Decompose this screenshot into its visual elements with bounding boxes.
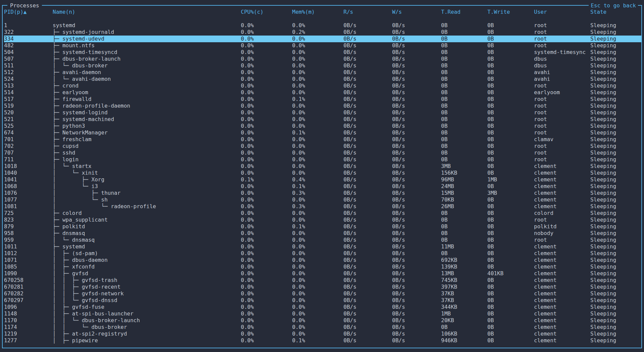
cell-pid: 958 xyxy=(4,230,53,237)
cell-tread: 0B xyxy=(441,36,487,42)
process-row[interactable]: 511│ └─ dbus-broker0.0%0.0%0B/s0B/s0B0Bd… xyxy=(4,62,641,69)
cell-twrite: 0B xyxy=(487,310,534,317)
process-row[interactable]: 670258│ │ ├─ gvfsd-trash0.0%0.0%0B/s0B/s… xyxy=(4,277,641,284)
process-row[interactable]: 1277│ ├─ pipewire0.0%0.1%0B/s0B/s946KB0B… xyxy=(4,337,641,344)
process-row[interactable]: 1096│ ├─ gvfsd-fuse0.0%0.0%0B/s0B/s344KB… xyxy=(4,304,641,310)
cell-ws: 0B/s xyxy=(392,129,441,136)
process-row[interactable]: 707├─ sshd0.0%0.0%0B/s0B/s0B0BrootSleepi… xyxy=(4,150,641,156)
process-row[interactable]: 1090│ ├─ gvfsd0.0%0.0%0B/s0B/s13MB401KBc… xyxy=(4,270,641,277)
cell-rs: 0B/s xyxy=(343,257,392,263)
cell-rs: 0B/s xyxy=(343,96,392,103)
column-header-mem[interactable]: Mem%(m) xyxy=(292,9,343,15)
process-row[interactable]: 879├─ polkitd0.0%0.1%0B/s0B/s0B0Bpolkitd… xyxy=(4,223,641,230)
cell-cpu: 0.0% xyxy=(241,183,292,190)
cell-pid: 1090 xyxy=(4,270,53,277)
process-row[interactable]: 524│ └─ avahi-daemon0.0%0.0%0B/s0B/s0B0B… xyxy=(4,76,641,82)
cell-state: Sleeping xyxy=(590,331,639,337)
process-row[interactable]: 322├─ systemd-journald0.0%0.2%0B/s0B/s0B… xyxy=(4,29,641,36)
column-header-user[interactable]: User xyxy=(534,9,590,15)
process-row[interactable]: 525├─ python30.0%0.0%0B/s0B/s0B0BrootSle… xyxy=(4,123,641,129)
process-row[interactable]: 514├─ earlyoom0.0%0.0%0B/s0B/s0B0Bearlyo… xyxy=(4,89,641,96)
process-row[interactable]: 520├─ systemd-logind0.0%0.0%0B/s0B/s0B0B… xyxy=(4,109,641,116)
cell-twrite: 0B xyxy=(487,250,534,257)
process-row[interactable]: 517├─ firewalld0.0%0.1%0B/s0B/s0B0BrootS… xyxy=(4,96,641,103)
cell-rs: 0B/s xyxy=(343,22,392,29)
cell-name: ├─ crond xyxy=(53,82,241,89)
column-header-rs[interactable]: R/s xyxy=(343,9,392,15)
process-row[interactable]: 702├─ cupsd0.0%0.0%0B/s0B/s0B0BrootSleep… xyxy=(4,143,641,150)
cell-cpu: 0.0% xyxy=(241,277,292,284)
process-row[interactable]: 1systemd0.0%0.0%0B/s0B/s0B0BrootSleeping xyxy=(4,22,641,29)
process-row[interactable]: 513├─ crond0.0%0.0%0B/s0B/s0B0BrootSleep… xyxy=(4,82,641,89)
process-row[interactable]: 1012│ ├─ (sd-pam)0.0%0.0%0B/s0B/s0B0Bcle… xyxy=(4,250,641,257)
process-row[interactable]: 1040│ └─ xinit0.0%0.0%0B/s0B/s156KB0Bcle… xyxy=(4,170,641,176)
column-header-tread[interactable]: T.Read xyxy=(441,9,487,15)
process-row[interactable]: 1071│ ├─ dbus-daemon0.0%0.0%0B/s0B/s692K… xyxy=(4,257,641,263)
process-row[interactable]: 1077│ └─ sh0.0%0.0%0B/s0B/s70KB0Bclement… xyxy=(4,196,641,203)
process-row[interactable]: 1076│ ├─ thunar0.0%0.3%0B/s0B/s15MB3MBcl… xyxy=(4,190,641,196)
process-row[interactable]: 1148│ ├─ at-spi-bus-launcher0.0%0.0%0B/s… xyxy=(4,310,641,317)
cell-tread: 0B xyxy=(441,230,487,237)
cell-tread: 11MB xyxy=(441,243,487,250)
cell-tread: 0B xyxy=(441,136,487,143)
cell-mem: 0.0% xyxy=(292,170,343,176)
cell-name: │ │ └─ dbus-broker-launch xyxy=(53,317,241,324)
process-row[interactable]: 519├─ radeon-profile-daemon0.0%0.0%0B/s0… xyxy=(4,103,641,109)
cell-pid: 519 xyxy=(4,103,53,109)
process-row[interactable]: 1081│ └─ radeon-profile0.0%0.3%0B/s0B/s2… xyxy=(4,203,641,210)
process-row[interactable]: 725├─ colord0.0%0.0%0B/s0B/s0B0BcolordSl… xyxy=(4,210,641,217)
cell-rs: 0B/s xyxy=(343,243,392,250)
cell-cpu: 0.0% xyxy=(241,123,292,129)
cell-ws: 0B/s xyxy=(392,109,441,116)
process-row[interactable]: 1174│ │ └─ dbus-broker0.0%0.0%0B/s0B/s0B… xyxy=(4,324,641,331)
cell-ws: 0B/s xyxy=(392,176,441,183)
column-header-twrite[interactable]: T.Write xyxy=(487,9,534,15)
process-row[interactable]: 1018│ └─ startx0.0%0.0%0B/s0B/s3MB0Bclem… xyxy=(4,163,641,170)
cell-twrite: 0B xyxy=(487,150,534,156)
process-row[interactable]: 507├─ dbus-broker-launch0.0%0.0%0B/s0B/s… xyxy=(4,56,641,62)
cell-tread: 15MB xyxy=(441,190,487,196)
cell-tread: 946KB xyxy=(441,337,487,344)
column-header-cpu[interactable]: CPU%(c) xyxy=(241,9,292,15)
process-row-selected[interactable]: 334├─ systemd-udevd0.0%0.0%0B/s0B/s0B0Br… xyxy=(4,36,641,42)
process-row[interactable]: 1041│ ├─ Xorg0.1%0.4%0B/s0B/s96MB1MBclem… xyxy=(4,176,641,183)
cell-tread: 0B xyxy=(441,324,487,331)
process-row[interactable]: 670282│ │ ├─ gvfsd-network0.0%0.0%0B/s0B… xyxy=(4,290,641,297)
process-row[interactable]: 482├─ mount.ntfs0.0%0.0%0B/s0B/s0B0Broot… xyxy=(4,42,641,49)
process-row[interactable]: 670297│ │ └─ gvfsd-dnssd0.0%0.0%0B/s0B/s… xyxy=(4,297,641,304)
process-row[interactable]: 823├─ wpa_supplicant0.0%0.0%0B/s0B/s0B0B… xyxy=(4,217,641,223)
process-row[interactable]: 504├─ systemd-timesyncd0.0%0.0%0B/s0B/s0… xyxy=(4,49,641,56)
column-header-ws[interactable]: W/s xyxy=(392,9,441,15)
process-row[interactable]: 959│ └─ dnsmasq0.0%0.0%0B/s0B/s0B0BrootS… xyxy=(4,237,641,243)
process-row[interactable]: 1011├─ systemd0.0%0.0%0B/s0B/s11MB0Bclem… xyxy=(4,243,641,250)
cell-pid: 1174 xyxy=(4,324,53,331)
process-row[interactable]: 958├─ dnsmasq0.0%0.0%0B/s0B/s0B0BnobodyS… xyxy=(4,230,641,237)
cell-user: avahi xyxy=(534,69,590,76)
cell-tread: 0B xyxy=(441,237,487,243)
process-row[interactable]: 521├─ systemd-machined0.0%0.0%0B/s0B/s0B… xyxy=(4,116,641,123)
column-header-pid[interactable]: PID(p)▲ xyxy=(4,9,53,15)
process-row[interactable]: 711├─ login0.0%0.0%0B/s0B/s0B0BrootSleep… xyxy=(4,156,641,163)
cell-name: ├─ radeon-profile-daemon xyxy=(53,103,241,109)
cell-ws: 0B/s xyxy=(392,36,441,42)
process-row[interactable]: 701├─ freshclam0.0%0.0%0B/s0B/s0B0Bclama… xyxy=(4,136,641,143)
process-row[interactable]: 1170│ │ └─ dbus-broker-launch0.0%0.0%0B/… xyxy=(4,317,641,324)
cell-ws: 0B/s xyxy=(392,190,441,196)
cell-pid: 1071 xyxy=(4,257,53,263)
cell-ws: 0B/s xyxy=(392,62,441,69)
cell-ws: 0B/s xyxy=(392,297,441,304)
cell-rs: 0B/s xyxy=(343,129,392,136)
cell-pid: 1041 xyxy=(4,176,53,183)
process-row[interactable]: 512├─ avahi-daemon0.0%0.0%0B/s0B/s0B0Bav… xyxy=(4,69,641,76)
cell-mem: 0.0% xyxy=(292,42,343,49)
column-header-state[interactable]: State xyxy=(590,9,639,15)
column-header-name[interactable]: Name(n) xyxy=(53,9,241,15)
process-row[interactable]: 674├─ NetworkManager0.0%0.1%0B/s0B/s0B0B… xyxy=(4,129,641,136)
process-row[interactable]: 1068│ └─ i30.0%0.1%0B/s0B/s24MB0Bclement… xyxy=(4,183,641,190)
cell-user: root xyxy=(534,42,590,49)
process-row[interactable]: 1219│ ├─ at-spi2-registryd0.0%0.0%0B/s0B… xyxy=(4,331,641,337)
process-row[interactable]: 670281│ │ ├─ gvfsd-recent0.0%0.0%0B/s0B/… xyxy=(4,284,641,290)
process-row[interactable]: 1085│ ├─ xfconfd0.0%0.0%0B/s0B/s139KB0Bc… xyxy=(4,263,641,270)
cell-user: clement xyxy=(534,331,590,337)
cell-name: │ │ ├─ gvfsd-trash xyxy=(53,277,241,284)
